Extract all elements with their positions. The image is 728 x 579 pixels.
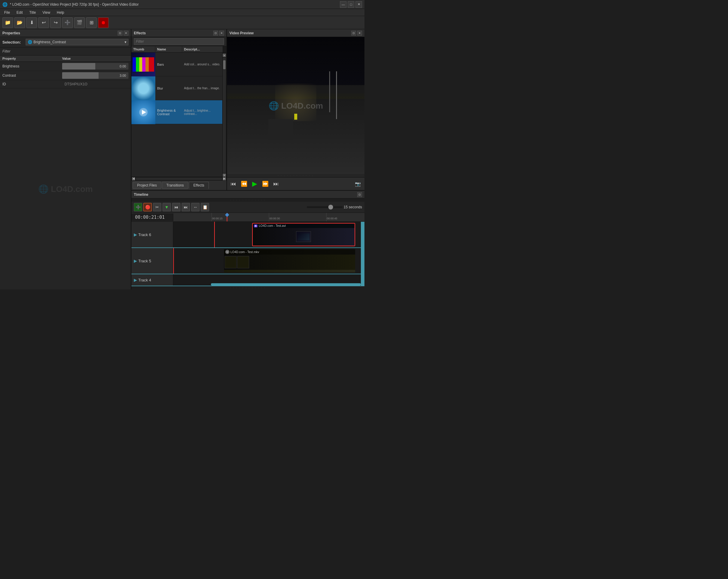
scroll-left-arrow-icon[interactable]: ◀ [132,177,135,180]
timeline-jump-end-button[interactable]: ⏭ [182,203,190,211]
dropdown-arrow-icon: ▾ [125,40,126,44]
film-button[interactable]: 🎬 [74,17,85,28]
close-button[interactable]: ✕ [356,1,362,8]
menu-view[interactable]: View [40,10,53,15]
scroll-up-arrow-icon[interactable]: ▲ [223,54,226,57]
timeline-settings-button[interactable]: 📋 [201,203,209,211]
window-title: * LO4D.com - OpenShot Video Project [HD … [10,2,138,6]
timeline-expand-icon[interactable]: ⊡ [357,192,362,197]
bottom-resize-handle[interactable]: · · · · · · · · · · · · [131,286,364,290]
avi-clip[interactable]: B LO4D.com - Test.avi [252,223,355,246]
timeline-filter-button[interactable]: ▼ [162,203,171,211]
track5-right-border [361,248,364,274]
vscroll-thumb[interactable] [223,60,226,69]
timeline-add-button[interactable]: ➕ [134,203,142,211]
contrast-slider[interactable]: 3.00 [62,72,128,79]
brightness-name: Brightness & Contrast [155,107,182,117]
fullscreen-button[interactable]: ⊞ [86,17,97,28]
blur-name: Blur [155,85,182,91]
effect-blur[interactable]: Blur Adjust t... the fran... image. [131,76,222,100]
effects-expand-icon[interactable]: ⊡ [213,31,218,35]
track-6-arrow-icon[interactable]: ▶ [134,232,137,237]
bars-thumb [131,53,155,76]
effect-brightness-contrast[interactable]: Brightness & Contrast Adjust t... bright… [131,100,222,124]
avi-clip-header: B LO4D.com - Test.avi [253,224,355,228]
ruler-label-45s: 00:00:45 [327,217,337,220]
zoom-slider[interactable] [307,206,343,208]
zoom-thumb[interactable] [328,205,333,210]
timeline-resize-handle[interactable]: · · · · · · · · · · · · [131,198,364,202]
effects-hscrollbar: ◀ ▶ [131,177,227,180]
redo-button[interactable]: ↪ [50,17,61,28]
film-content [298,233,309,241]
menu-edit[interactable]: Edit [14,10,26,15]
bars-desc: Add col... around s... video. [182,61,222,67]
scroll-right-arrow-icon[interactable]: ▶ [223,177,226,180]
track-5: ▶ Track 5 V LO4D.com - Test.mkv [131,248,364,274]
track-4-arrow-icon[interactable]: ▶ [134,278,137,282]
timecode-display: 00:00:21:01 [131,213,173,221]
track-4: ▶ Track 4 [131,274,364,286]
clip-badge-b: B [254,224,258,227]
scroll-down-arrow-icon[interactable]: ▼ [223,174,226,177]
track-4-name: Track 4 [138,278,151,282]
play-button[interactable]: ▶ [251,180,258,188]
timeline-ruler: 00:00:21:01 00:00:15 00:00:30 00:00:45 [131,213,364,222]
effects-close-icon[interactable]: ✕ [219,31,224,35]
avi-filmstrip [253,228,355,245]
properties-close-icon[interactable]: ✕ [124,31,128,35]
tab-project-files[interactable]: Project Files [133,182,161,189]
record-button[interactable]: ⏺ [98,17,109,28]
ruler-label-30s: 00:00:30 [269,217,280,220]
property-col-header: Property [0,56,60,61]
screenshot-button[interactable]: 📷 [354,181,362,187]
brightness-value: 0.00 [120,64,126,68]
minimize-button[interactable]: — [340,1,346,8]
tab-effects[interactable]: Effects [189,182,209,189]
skip-end-button[interactable]: ⏭ [272,180,280,188]
resize-handle[interactable]: · · · · · · · · · · · · [227,174,364,177]
properties-expand-icon[interactable]: ⊡ [118,31,123,35]
video-controls: ⏮ ⏪ ▶ ⏩ ⏭ 📷 [227,177,364,190]
blur-desc: Adjust t... the fran... image. [182,85,222,91]
contrast-label: Contrast [0,72,60,79]
brightness-thumb [131,100,155,124]
menu-file[interactable]: File [1,10,13,15]
hscroll-track [136,177,222,180]
video-close-icon[interactable]: ✕ [357,31,362,35]
tab-transitions[interactable]: Transitions [162,182,188,189]
timeline-jump-start-button[interactable]: ⏮ [172,203,180,211]
fast-forward-button[interactable]: ⏩ [261,180,270,188]
timeline-center-button[interactable]: ↔ [191,203,200,211]
mkv-clip[interactable]: V LO4D.com - Test.mkv [224,249,356,272]
value-col-header: Value [60,56,131,61]
track4-scrollbar[interactable] [211,283,361,286]
effects-filter-input[interactable] [134,38,224,45]
properties-watermark: 🌐 LO4D.com [0,88,131,290]
undo-button[interactable]: ↩ [38,17,49,28]
brightness-slider[interactable]: 0.00 [62,63,128,70]
track-6-label: ▶ Track 6 [131,222,173,247]
menu-title[interactable]: Title [26,10,39,15]
new-button[interactable]: 📁 [2,17,13,28]
desc-col-header: Descript... [182,46,223,52]
add-button[interactable]: ➕ [62,17,73,28]
timeline-snap-button[interactable]: 🔴 [144,203,152,211]
timeline-title: Timeline [134,193,148,197]
open-button[interactable]: 📂 [14,17,25,28]
rewind-button[interactable]: ⏪ [240,180,249,188]
effects-vscrollbar[interactable]: ▲ ▼ [222,53,227,177]
selection-dropdown[interactable]: 🌐 Brightness_Contrast ▾ [26,39,128,45]
effect-bars[interactable]: Bars Add col... around s... video. [131,53,222,76]
save-button[interactable]: ⬇ [26,17,37,28]
menu-help[interactable]: Help [54,10,67,15]
skip-start-button[interactable]: ⏮ [229,180,237,188]
car-silhouette [268,119,293,140]
track-6-name: Track 6 [138,232,151,237]
play-btn [139,108,148,116]
video-expand-icon[interactable]: ⊡ [351,31,356,35]
track-5-label: ▶ Track 5 [131,248,173,274]
track-5-arrow-icon[interactable]: ▶ [134,258,137,263]
timeline-cut-button[interactable]: ✂ [153,203,161,211]
maximize-button[interactable]: □ [348,1,354,8]
